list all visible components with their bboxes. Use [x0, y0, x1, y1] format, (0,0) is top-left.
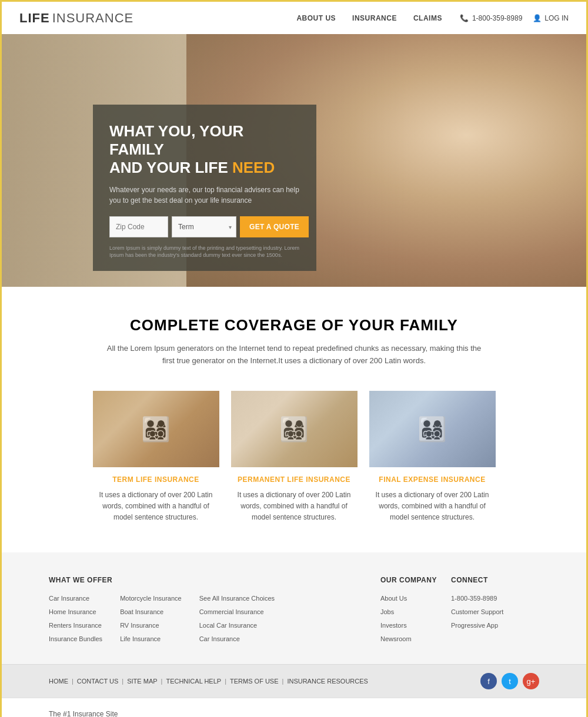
footer-company-links: About Us Jobs Investors Newsroom — [380, 592, 451, 644]
logo-insurance: INSURANCE — [52, 11, 134, 26]
coverage-desc: All the Lorem Ipsum generators on the In… — [106, 343, 482, 367]
footer-link[interactable]: RV Insurance — [120, 622, 159, 629]
list-item: See All Insurance Choices — [199, 592, 275, 603]
get-quote-button[interactable]: GET A QUOTE — [240, 216, 309, 237]
footer-links-col3: See All Insurance Choices Commercial Ins… — [199, 592, 275, 646]
footer-link[interactable]: Customer Support — [451, 608, 503, 615]
facebook-icon[interactable]: f — [480, 673, 497, 689]
footer-fine-print: The #1 Insurance Site Copyright © 2016-2… — [2, 698, 586, 717]
login-area[interactable]: 👤 LOG IN — [533, 14, 569, 22]
list-item: Life Insurance — [120, 633, 182, 644]
footer-link[interactable]: About Us — [380, 595, 407, 602]
footer-link[interactable]: Insurance Bundles — [49, 635, 102, 642]
divider: | — [72, 678, 74, 685]
hero-section: WHAT YOU, YOUR FAMILY AND YOUR LIFE NEED… — [2, 34, 586, 287]
footer-link[interactable]: Car Insurance — [49, 595, 89, 602]
card-final-image — [369, 391, 496, 467]
coverage-section: COMPLETE COVERAGE OF YOUR FAMILY All the… — [2, 287, 586, 552]
card-final-text: It uses a dictionary of over 200 Latin w… — [369, 490, 496, 524]
googleplus-icon[interactable]: g+ — [523, 673, 539, 689]
footer-bottom-techhelp[interactable]: TECHNICAL HELP — [166, 678, 221, 685]
card-term: TERM LIFE INSURANCE It uses a dictionary… — [93, 391, 219, 524]
card-permanent-title: PERMANENT LIFE INSURANCE — [231, 475, 358, 484]
footer-bottom-terms[interactable]: TERMS OF USE — [230, 678, 279, 685]
footer-links-col2: Motorcycle Insurance Boat Insurance RV I… — [120, 592, 182, 646]
footer-col-offer: WHAT WE OFFER Car Insurance Home Insuran… — [49, 576, 380, 646]
divider: | — [225, 678, 226, 685]
footer-connect-links: 1-800-359-8989 Customer Support Progress… — [451, 592, 539, 630]
login-label[interactable]: LOG IN — [544, 14, 569, 22]
footer-links-col1: Car Insurance Home Insurance Renters Ins… — [49, 592, 102, 646]
card-term-image — [93, 391, 219, 467]
footer-link[interactable]: Progressive App — [451, 622, 498, 629]
social-icons: f t g+ — [480, 673, 539, 689]
footer-link[interactable]: Boat Insurance — [120, 608, 163, 615]
zip-input[interactable] — [109, 216, 168, 237]
hero-form: Term 10 years 20 years 30 years ▾ GET A … — [109, 216, 300, 237]
footer-bottom-bar: HOME | CONTACT US | SITE MAP | TECHNICAL… — [2, 664, 586, 698]
list-item: Motorcycle Insurance — [120, 592, 182, 603]
footer-link[interactable]: Local Car Insurance — [199, 622, 257, 629]
card-final-title: FINAL EXPENSE INSURANCE — [369, 475, 496, 484]
fine-title: The #1 Insurance Site — [49, 710, 539, 717]
footer-link[interactable]: Jobs — [380, 608, 394, 615]
list-item: Car Insurance — [199, 633, 275, 644]
list-item: Insurance Bundles — [49, 633, 102, 644]
card-term-title: TERM LIFE INSURANCE — [93, 475, 219, 484]
nav-insurance[interactable]: INSURANCE — [352, 14, 397, 22]
header: LIFE INSURANCE ABOUT US INSURANCE CLAIMS… — [2, 2, 586, 34]
coverage-title: COMPLETE COVERAGE OF YOUR FAMILY — [61, 316, 527, 334]
main-nav: ABOUT US INSURANCE CLAIMS — [296, 14, 442, 22]
footer-company-title: OUR COMPANY — [380, 576, 451, 584]
card-permanent-text: It uses a dictionary of over 200 Latin w… — [231, 490, 358, 524]
twitter-icon[interactable]: t — [502, 673, 518, 689]
divider: | — [161, 678, 163, 685]
footer-bottom-links: HOME | CONTACT US | SITE MAP | TECHNICAL… — [49, 678, 368, 685]
list-item: Jobs — [380, 606, 451, 617]
footer-link[interactable]: Life Insurance — [120, 635, 161, 642]
hero-title: WHAT YOU, YOUR FAMILY AND YOUR LIFE NEED — [109, 122, 300, 177]
list-item: 1-800-359-8989 — [451, 592, 539, 603]
list-item: Car Insurance — [49, 592, 102, 603]
footer-bottom-sitemap[interactable]: SITE MAP — [127, 678, 157, 685]
card-permanent: PERMANENT LIFE INSURANCE It uses a dicti… — [231, 391, 358, 524]
footer-link[interactable]: Newsroom — [380, 635, 412, 642]
nav-about[interactable]: ABOUT US — [296, 14, 336, 22]
term-select[interactable]: Term 10 years 20 years 30 years — [172, 216, 236, 237]
footer-top: WHAT WE OFFER Car Insurance Home Insuran… — [2, 552, 586, 664]
footer-bottom-resources[interactable]: INSURANCE RESOURCES — [287, 678, 368, 685]
footer-link[interactable]: Renters Insurance — [49, 622, 102, 629]
phone-number[interactable]: 1-800-359-8989 — [472, 14, 522, 22]
footer-link[interactable]: Home Insurance — [49, 608, 96, 615]
phone-icon: 📞 — [460, 14, 469, 22]
footer-link[interactable]: 1-800-359-8989 — [451, 595, 497, 602]
list-item: Commercial Insurance — [199, 606, 275, 617]
footer-link[interactable]: Commercial Insurance — [199, 608, 264, 615]
list-item: Progressive App — [451, 619, 539, 630]
footer-link[interactable]: Car Insurance — [199, 635, 240, 642]
hero-disclaimer: Lorem Ipsum is simply dummy text of the … — [109, 244, 300, 259]
footer-connect-title: CONNECT — [451, 576, 539, 584]
nav-claims[interactable]: CLAIMS — [413, 14, 442, 22]
hero-subtitle: Whatever your needs are, our top financi… — [109, 185, 300, 206]
footer-link[interactable]: Investors — [380, 622, 407, 629]
footer-bottom-home[interactable]: HOME — [49, 678, 68, 685]
list-item: About Us — [380, 592, 451, 603]
footer-link[interactable]: Motorcycle Insurance — [120, 595, 182, 602]
hero-title-need: NEED — [232, 159, 275, 176]
list-item: Boat Insurance — [120, 606, 182, 617]
footer-link[interactable]: See All Insurance Choices — [199, 595, 275, 602]
cards-container: TERM LIFE INSURANCE It uses a dictionary… — [61, 391, 527, 524]
divider: | — [122, 678, 123, 685]
list-item: Investors — [380, 619, 451, 630]
list-item: Local Car Insurance — [199, 619, 275, 630]
footer-col-company: OUR COMPANY About Us Jobs Investors News… — [380, 576, 451, 646]
footer-offer-title: WHAT WE OFFER — [49, 576, 380, 584]
list-item: Newsroom — [380, 633, 451, 644]
header-right: 📞 1-800-359-8989 👤 LOG IN — [460, 14, 569, 22]
list-item: Home Insurance — [49, 606, 102, 617]
card-permanent-image — [231, 391, 358, 467]
footer-bottom-contact[interactable]: CONTACT US — [77, 678, 119, 685]
card-final: FINAL EXPENSE INSURANCE It uses a dictio… — [369, 391, 496, 524]
user-icon: 👤 — [533, 14, 542, 22]
